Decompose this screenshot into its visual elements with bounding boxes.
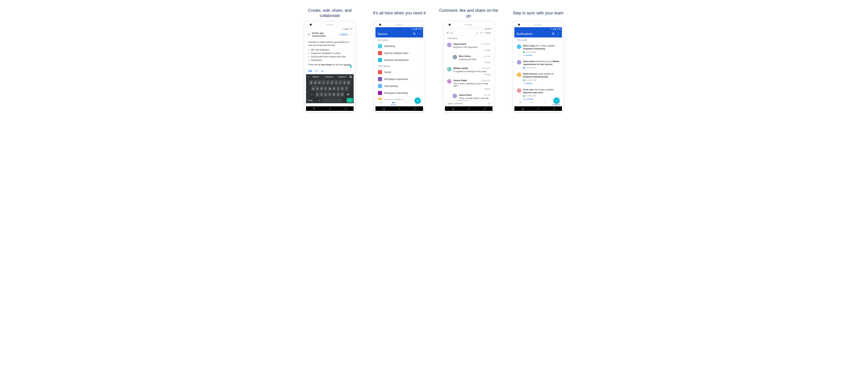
key-period[interactable]: .: [342, 98, 346, 103]
tab-starred[interactable]: ☆: [399, 101, 411, 106]
shift-icon[interactable]: ⇧: [309, 92, 315, 97]
comment-icon[interactable]: 💬︎: [447, 32, 449, 34]
like-icon[interactable]: 👍︎: [476, 32, 478, 34]
key[interactable]: f: [324, 86, 328, 91]
backspace-icon[interactable]: ⌫: [345, 92, 351, 97]
home-icon[interactable]: ○: [468, 107, 470, 110]
key[interactable]: q1: [309, 80, 313, 85]
space-item[interactable]: Volunteering›: [375, 82, 423, 90]
space-icon: [378, 77, 382, 81]
reply-button[interactable]: ↩ Reply: [459, 61, 490, 64]
keyboard-icon[interactable]: ⌨: [308, 70, 312, 73]
key[interactable]: u7: [334, 80, 338, 85]
tab-starred[interactable]: ☆: [538, 101, 550, 106]
list-item: Fingerprint recognition to unlock: [311, 52, 351, 55]
chevron-right-icon[interactable]: ›: [307, 75, 308, 78]
key[interactable]: t5: [326, 80, 330, 85]
suggestion[interactable]: released: [323, 75, 335, 78]
space-item[interactable]: Social›: [375, 69, 423, 76]
tab-spaces[interactable]: ▬Spaces: [388, 101, 399, 106]
key[interactable]: l: [345, 86, 348, 91]
close-icon[interactable]: ✕: [308, 33, 310, 36]
key[interactable]: p0: [347, 80, 350, 85]
key[interactable]: b: [332, 92, 336, 97]
share-label[interactable]: Share: [485, 32, 491, 34]
search-icon[interactable]: 🔍︎: [413, 32, 416, 36]
back-icon[interactable]: ▽: [313, 107, 315, 110]
home-icon[interactable]: ○: [399, 107, 400, 110]
key[interactable]: s: [316, 86, 319, 91]
back-icon[interactable]: ◁: [382, 107, 384, 110]
key-numbers[interactable]: ?123: [307, 98, 313, 103]
tab-recent[interactable]: ◷: [375, 101, 388, 106]
notification[interactable]: Moira Craig and 2 others updated Employe…: [515, 43, 562, 58]
key[interactable]: d: [320, 86, 323, 91]
key[interactable]: r4: [322, 80, 325, 85]
space-item[interactable]: Business development›: [375, 57, 423, 64]
caption: Stay in sync with your team: [513, 7, 563, 19]
comment-author: Alana Grant: [453, 43, 481, 45]
key[interactable]: g: [328, 86, 332, 91]
key[interactable]: h: [332, 86, 336, 91]
tab-spaces[interactable]: ▭: [526, 101, 538, 106]
key[interactable]: n: [336, 92, 340, 97]
key[interactable]: w2: [313, 80, 317, 85]
back-icon[interactable]: ◁: [452, 107, 454, 110]
document-editor[interactable]: The team is really excited to get starte…: [306, 39, 353, 68]
key[interactable]: o9: [343, 80, 346, 85]
mic-icon[interactable]: 🎤︎: [349, 75, 352, 78]
key[interactable]: z: [316, 92, 319, 97]
recents-icon[interactable]: □: [414, 107, 416, 110]
home-icon[interactable]: ○: [537, 107, 539, 110]
fab-create[interactable]: +: [414, 98, 421, 104]
avatar: [517, 72, 521, 77]
mention-icon[interactable]: @: [488, 102, 490, 105]
updates-link[interactable]: +3 updates: [523, 82, 559, 85]
phone-frame: ᚼ ▾ ◢ ▮ 15:03 Notifications 🔍︎ ⋮ This mo…: [512, 21, 564, 113]
publish-button[interactable]: Publish: [340, 33, 348, 36]
notification[interactable]: Alana Grant mentioned you on Mobile requ…: [515, 58, 562, 71]
key[interactable]: k: [341, 86, 344, 91]
key[interactable]: e3: [318, 80, 321, 85]
key-space[interactable]: [322, 98, 342, 103]
more-icon[interactable]: ⋮: [349, 33, 352, 36]
text-format-icon[interactable]: Tᴛ: [315, 70, 318, 73]
tab-recent[interactable]: ◷: [515, 101, 526, 106]
key[interactable]: x: [320, 92, 323, 97]
updates-link[interactable]: +4 updates: [523, 54, 559, 57]
more-icon[interactable]: ⋮: [557, 32, 560, 36]
space-item[interactable]: Workplace experience›: [375, 76, 423, 82]
more-icon[interactable]: ⋮: [418, 32, 421, 36]
reply-button[interactable]: ↩ Reply: [453, 88, 490, 90]
suggestion[interactable]: release: [310, 75, 321, 78]
signal-icon: ◢: [553, 28, 554, 30]
fab-create[interactable]: +: [553, 98, 560, 104]
suggestion[interactable]: releases: [336, 75, 348, 78]
key[interactable]: c: [324, 92, 328, 97]
search-icon[interactable]: 🔍︎: [552, 32, 555, 36]
recents-icon[interactable]: □: [345, 107, 347, 110]
reply-button[interactable]: ↩ Reply: [453, 49, 490, 51]
key[interactable]: j: [336, 86, 340, 91]
list-icon[interactable]: ≣: [321, 70, 323, 73]
key[interactable]: a: [311, 86, 315, 91]
key[interactable]: m: [341, 92, 344, 97]
key-comma[interactable]: ,: [314, 98, 317, 103]
share-icon[interactable]: <: [483, 32, 484, 34]
back-icon[interactable]: ◁: [521, 107, 523, 110]
enter-icon[interactable]: ↵: [347, 98, 353, 103]
notification[interactable]: David Stevens made updates on Outbound M…: [515, 71, 562, 86]
space-item[interactable]: Employee onboarding›: [375, 90, 423, 97]
home-icon[interactable]: ○: [329, 107, 331, 110]
recents-icon[interactable]: □: [553, 107, 555, 110]
recents-icon[interactable]: □: [484, 107, 486, 110]
key[interactable]: v: [328, 92, 332, 97]
key[interactable]: i8: [339, 80, 342, 85]
space-item[interactable]: Marketing›: [375, 43, 423, 49]
comment-input[interactable]: [447, 102, 488, 105]
space-item[interactable]: Squirrel software team›: [375, 49, 423, 57]
key[interactable]: y6: [330, 80, 334, 85]
reply-button[interactable]: ↩ Reply: [453, 73, 490, 76]
emoji-icon[interactable]: ☺: [318, 98, 321, 103]
caption: Create, edit, share, and collaborate: [299, 7, 361, 19]
